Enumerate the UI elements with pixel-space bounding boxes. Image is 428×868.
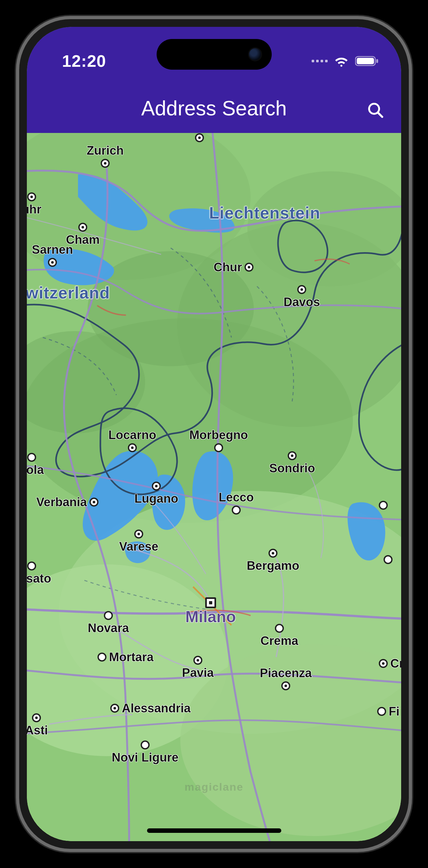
app-title: Address Search xyxy=(141,96,287,120)
map-background xyxy=(27,133,401,841)
camera-icon xyxy=(248,47,262,61)
map-view[interactable]: SwitzerlandLiechtenstein ZurichSt. Galle… xyxy=(27,133,401,841)
svg-line-4 xyxy=(378,113,382,117)
screen: 12:20 xyxy=(27,27,401,841)
svg-rect-2 xyxy=(376,59,378,63)
search-button[interactable] xyxy=(364,99,387,121)
status-indicators xyxy=(312,55,379,67)
dynamic-island xyxy=(157,39,272,70)
battery-icon xyxy=(355,55,379,67)
svg-rect-1 xyxy=(357,58,374,64)
status-time: 12:20 xyxy=(62,52,106,71)
phone-frame: 12:20 xyxy=(19,19,409,849)
home-indicator[interactable] xyxy=(147,828,281,833)
cellular-dots-icon xyxy=(312,60,328,62)
search-icon xyxy=(366,101,385,120)
wifi-icon xyxy=(333,55,349,67)
